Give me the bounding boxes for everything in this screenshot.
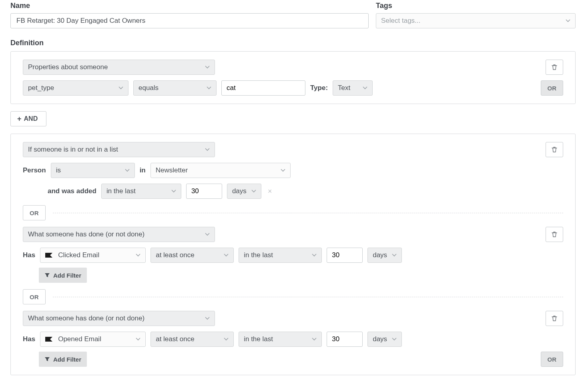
filter-icon <box>44 356 50 362</box>
or-chip[interactable]: OR <box>23 289 46 304</box>
chevron-down-icon <box>566 19 570 22</box>
tags-label: Tags <box>376 2 576 10</box>
chevron-down-icon <box>392 254 397 257</box>
plus-icon: + <box>17 115 22 123</box>
condition-type-text: What someone has done (or not done) <box>28 230 144 238</box>
tags-select[interactable]: Select tags... <box>376 13 576 28</box>
time-unit-text: days <box>373 251 387 259</box>
chevron-down-icon <box>136 254 140 257</box>
time-op-select[interactable]: in the last <box>239 332 322 347</box>
add-filter-button[interactable]: Add Filter <box>39 268 87 283</box>
chevron-down-icon <box>207 86 211 90</box>
time-unit-select[interactable]: days <box>367 248 402 263</box>
add-filter-button[interactable]: Add Filter <box>39 352 87 367</box>
data-type-select[interactable]: Text <box>333 80 373 96</box>
condition-type-select[interactable]: What someone has done (or not done) <box>23 227 215 242</box>
add-and-button[interactable]: + AND <box>10 111 46 126</box>
added-op-text: in the last <box>106 187 136 195</box>
has-label: Has <box>23 251 35 259</box>
or-chip[interactable]: OR <box>23 205 46 220</box>
chevron-down-icon <box>224 338 229 341</box>
time-num-input[interactable] <box>327 248 363 263</box>
event-select[interactable]: Clicked Email <box>40 248 146 263</box>
operator-select[interactable]: equals <box>133 80 217 96</box>
chevron-down-icon <box>136 338 140 341</box>
chevron-down-icon <box>171 190 176 193</box>
chevron-down-icon <box>281 169 285 172</box>
person-label: Person <box>23 166 46 174</box>
event-text: Clicked Email <box>58 251 99 259</box>
has-label: Has <box>23 335 35 343</box>
frequency-select[interactable]: at least once <box>151 332 234 347</box>
added-op-select[interactable]: in the last <box>101 184 181 199</box>
time-op-text: in the last <box>244 335 273 343</box>
list-select[interactable]: Newsletter <box>151 163 291 178</box>
chevron-down-icon <box>205 148 210 151</box>
add-filter-label: Add Filter <box>53 272 81 279</box>
type-label: Type: <box>310 84 328 92</box>
or-button[interactable]: OR <box>541 80 564 96</box>
delete-condition-button[interactable] <box>546 60 563 75</box>
chevron-down-icon <box>205 233 210 236</box>
is-text: is <box>56 166 61 174</box>
chevron-down-icon <box>118 86 123 90</box>
name-label: Name <box>10 2 369 10</box>
add-filter-label: Add Filter <box>53 356 81 363</box>
property-select[interactable]: pet_type <box>23 80 128 96</box>
condition-type-text: If someone is in or not in a list <box>28 146 118 154</box>
chevron-down-icon <box>312 338 317 341</box>
tags-placeholder: Select tags... <box>381 17 420 25</box>
chevron-down-icon <box>392 338 397 341</box>
or-button[interactable]: OR <box>541 352 564 367</box>
definition-label: Definition <box>10 39 576 47</box>
time-unit-text: days <box>373 335 387 343</box>
event-select[interactable]: Opened Email <box>40 332 146 347</box>
chevron-down-icon <box>251 190 256 193</box>
condition-type-select[interactable]: Properties about someone <box>23 60 215 75</box>
operator-text: equals <box>138 84 159 92</box>
and-was-added-label: and was added <box>48 187 96 195</box>
trash-icon <box>552 146 557 153</box>
chevron-down-icon <box>205 317 210 320</box>
frequency-text: at least once <box>156 335 194 343</box>
name-input[interactable] <box>10 13 369 28</box>
and-label: AND <box>24 115 38 122</box>
added-unit-select[interactable]: days <box>227 184 261 199</box>
clear-time-filter-button[interactable]: × <box>268 187 272 196</box>
condition-type-select[interactable]: If someone is in or not in a list <box>23 142 215 157</box>
time-unit-select[interactable]: days <box>367 332 402 347</box>
delete-condition-button[interactable] <box>546 227 563 242</box>
trash-icon <box>552 64 557 70</box>
trash-icon <box>552 315 557 322</box>
time-num-input[interactable] <box>327 332 363 347</box>
flag-icon <box>44 336 54 342</box>
condition-type-text: What someone has done (or not done) <box>28 314 144 322</box>
condition-group-2: If someone is in or not in a list Person… <box>10 134 576 375</box>
data-type-text: Text <box>338 84 350 92</box>
in-label: in <box>140 166 146 174</box>
chevron-down-icon <box>125 169 130 172</box>
frequency-text: at least once <box>156 251 194 259</box>
chevron-down-icon <box>205 66 210 69</box>
event-text: Opened Email <box>58 335 101 343</box>
time-op-select[interactable]: in the last <box>239 248 322 263</box>
added-unit-text: days <box>232 187 247 195</box>
condition-type-text: Properties about someone <box>28 63 108 71</box>
is-select[interactable]: is <box>51 163 135 178</box>
delete-condition-button[interactable] <box>546 142 563 157</box>
condition-type-select[interactable]: What someone has done (or not done) <box>23 311 215 326</box>
property-text: pet_type <box>28 84 54 92</box>
divider <box>53 297 564 297</box>
chevron-down-icon <box>312 254 317 257</box>
trash-icon <box>552 231 557 238</box>
frequency-select[interactable]: at least once <box>151 248 234 263</box>
filter-icon <box>44 272 50 278</box>
value-input[interactable] <box>221 80 305 96</box>
delete-condition-button[interactable] <box>546 311 563 326</box>
chevron-down-icon <box>224 254 229 257</box>
chevron-down-icon <box>363 86 367 90</box>
flag-icon <box>44 252 54 258</box>
added-num-input[interactable] <box>186 184 222 199</box>
divider <box>53 213 564 213</box>
condition-group-1: Properties about someone pet_type equals… <box>10 51 576 104</box>
